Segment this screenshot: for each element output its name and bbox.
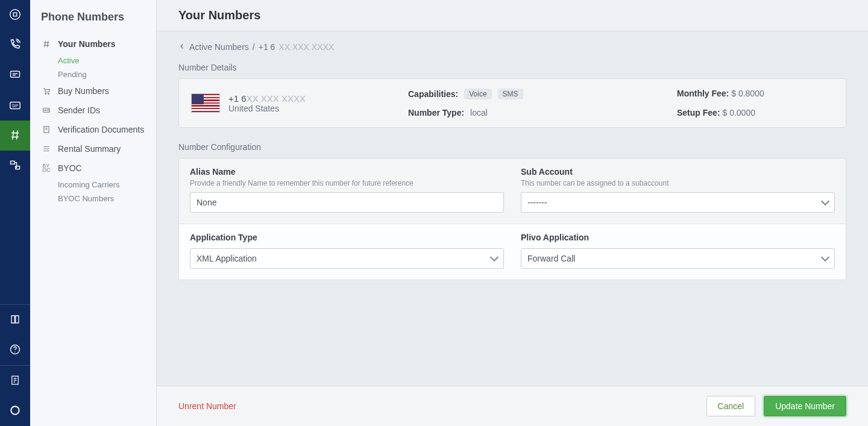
main-area: Your Numbers Active Numbers / +1 6 XX XX… xyxy=(157,0,868,426)
side-panel-title: Phone Numbers xyxy=(30,8,156,34)
apptype-label: Application Type xyxy=(190,233,504,242)
nav-pending[interactable]: Pending xyxy=(30,67,156,81)
nav-label: Your Numbers xyxy=(58,39,115,49)
byoc-icon: BYOC xyxy=(41,164,52,172)
nav-active[interactable]: Active xyxy=(30,54,156,67)
plivoapp-select[interactable]: Forward Call xyxy=(521,248,835,269)
subaccount-label: Sub Account xyxy=(521,167,835,177)
svg-rect-5 xyxy=(11,161,15,164)
breadcrumb[interactable]: Active Numbers / +1 6 XX XXX XXXX xyxy=(178,42,846,52)
chevron-left-icon xyxy=(178,42,186,52)
rail-trunks[interactable] xyxy=(0,151,30,181)
subaccount-select[interactable]: ------- xyxy=(521,192,835,213)
update-button[interactable]: Update Number xyxy=(764,396,846,416)
svg-point-12 xyxy=(48,93,49,95)
phone-number: +1 6XX XXX XXXX xyxy=(228,93,306,104)
main-header: Your Numbers xyxy=(157,0,868,31)
rail-dashboard[interactable] xyxy=(0,0,30,30)
capability-sms-badge: SMS xyxy=(498,89,523,99)
book-icon xyxy=(10,314,20,327)
rail-docs[interactable] xyxy=(0,305,30,335)
nav-sender-ids[interactable]: Sender IDs xyxy=(30,101,156,120)
rail-voice[interactable] xyxy=(0,30,30,60)
svg-rect-2 xyxy=(11,71,20,77)
alias-input-value: None xyxy=(197,198,216,207)
number-type-value: local xyxy=(470,108,488,117)
monthly-fee-value: $ 0.8000 xyxy=(731,89,764,98)
capabilities-label: Capabilities: xyxy=(408,89,458,99)
setup-fee-label: Setup Fee: xyxy=(677,108,720,117)
id-icon xyxy=(41,106,52,114)
nav-byoc-numbers[interactable]: BYOC Numbers xyxy=(30,192,156,205)
svg-point-10 xyxy=(11,406,19,414)
plivoapp-value: Forward Call xyxy=(527,254,575,263)
rail-billing[interactable] xyxy=(0,366,30,396)
phone-icon xyxy=(9,39,21,52)
alias-input[interactable]: None xyxy=(190,192,504,213)
svg-text:SIP: SIP xyxy=(12,103,18,107)
unrent-button[interactable]: Unrent Number xyxy=(178,401,236,411)
page-title: Your Numbers xyxy=(178,8,260,22)
hash-icon xyxy=(9,129,21,143)
capability-voice-badge: Voice xyxy=(464,89,491,99)
monthly-fee-label: Monthly Fee: xyxy=(677,89,729,98)
number-masked: XX XXX XXXX xyxy=(247,93,306,104)
rail-numbers[interactable] xyxy=(0,121,30,151)
nav-rental-summary[interactable]: Rental Summary xyxy=(30,139,156,158)
nav-label: Rental Summary xyxy=(58,144,121,154)
cart-icon xyxy=(41,87,52,95)
rail-help[interactable] xyxy=(0,335,30,365)
breadcrumb-parent: Active Numbers xyxy=(189,42,249,52)
sip-icon: SIP xyxy=(8,98,22,113)
number-type-label: Number Type: xyxy=(408,108,464,117)
footer-bar: Unrent Number Cancel Update Number xyxy=(157,386,868,426)
apptype-select[interactable]: XML Application xyxy=(190,248,504,269)
doc-icon xyxy=(41,125,52,134)
nav-verification-docs[interactable]: Verification Documents xyxy=(30,120,156,139)
nav-label: Verification Documents xyxy=(58,125,144,134)
section-label-details: Number Details xyxy=(178,63,846,72)
us-flag-icon xyxy=(191,93,220,113)
invoice-icon xyxy=(10,375,20,387)
rail-messaging[interactable] xyxy=(0,60,30,90)
number-details-card: +1 6XX XXX XXXX United States Capabiliti… xyxy=(178,78,846,128)
nav-label: Buy Numbers xyxy=(58,86,109,96)
alias-hint: Provide a friendly Name to remember this… xyxy=(190,179,504,187)
subaccount-value: ------- xyxy=(527,198,547,207)
hash-icon xyxy=(41,40,52,48)
nav-incoming-carriers[interactable]: Incoming Carriers xyxy=(30,178,156,192)
nav-byoc[interactable]: BYOC BYOC xyxy=(30,158,156,178)
subaccount-hint: This number can be assigned to a subacco… xyxy=(521,179,835,187)
side-panel: Phone Numbers Your Numbers Active Pendin… xyxy=(30,0,157,426)
circle-icon xyxy=(9,404,21,418)
number-prefix: +1 6 xyxy=(228,93,247,104)
icon-rail: SIP xyxy=(0,0,30,426)
svg-point-8 xyxy=(14,351,15,352)
nav-buy-numbers[interactable]: Buy Numbers xyxy=(30,81,156,101)
message-icon xyxy=(9,69,21,83)
svg-point-11 xyxy=(45,93,46,95)
dashboard-icon xyxy=(8,8,22,23)
number-config-card: Alias Name Provide a friendly Name to re… xyxy=(178,158,846,280)
rail-profile[interactable] xyxy=(0,396,30,426)
svg-point-14 xyxy=(45,110,46,111)
plivoapp-label: Plivo Application xyxy=(521,233,835,242)
rail-sip[interactable]: SIP xyxy=(0,90,30,121)
apptype-value: XML Application xyxy=(197,254,257,263)
breadcrumb-sep: / xyxy=(253,42,255,52)
svg-point-0 xyxy=(10,9,20,19)
country-name: United States xyxy=(228,104,306,113)
breadcrumb-current-prefix: +1 6 xyxy=(259,42,275,52)
cancel-button[interactable]: Cancel xyxy=(706,396,756,416)
setup-fee-value: $ 0.0000 xyxy=(722,108,755,117)
nav-label: BYOC xyxy=(58,163,82,173)
svg-rect-1 xyxy=(13,13,17,16)
breadcrumb-current-masked: XX XXX XXXX xyxy=(278,42,334,52)
nav-label: Sender IDs xyxy=(58,105,100,115)
help-icon xyxy=(9,343,21,357)
trunk-icon xyxy=(9,159,21,173)
alias-label: Alias Name xyxy=(190,167,504,177)
nav-your-numbers[interactable]: Your Numbers xyxy=(30,34,156,54)
list-icon xyxy=(41,145,52,153)
section-label-config: Number Configuration xyxy=(178,142,846,152)
